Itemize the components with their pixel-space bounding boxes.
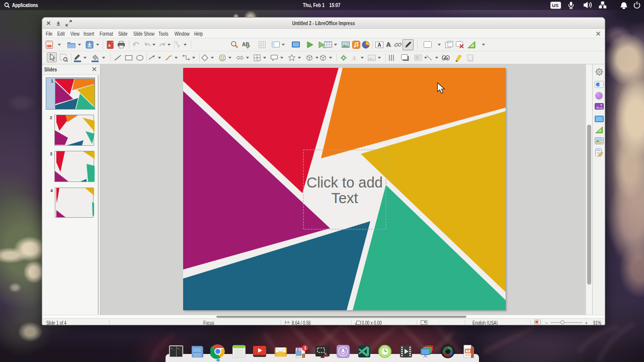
svg-text:Applications: Applications xyxy=(12,2,38,8)
svg-text:A: A xyxy=(351,54,356,62)
svg-text:1: 1 xyxy=(304,345,306,350)
svg-text:A: A xyxy=(386,41,391,48)
svg-text:Click to add: Click to add xyxy=(306,174,383,191)
svg-text:AB: AB xyxy=(242,42,249,47)
svg-text:A: A xyxy=(378,42,381,48)
svg-text:A: A xyxy=(108,44,111,47)
svg-text:>_: >_ xyxy=(177,347,181,350)
svg-text:>_: >_ xyxy=(171,347,175,350)
svg-text:US: US xyxy=(552,3,558,8)
svg-text:Text: Text xyxy=(331,190,358,206)
